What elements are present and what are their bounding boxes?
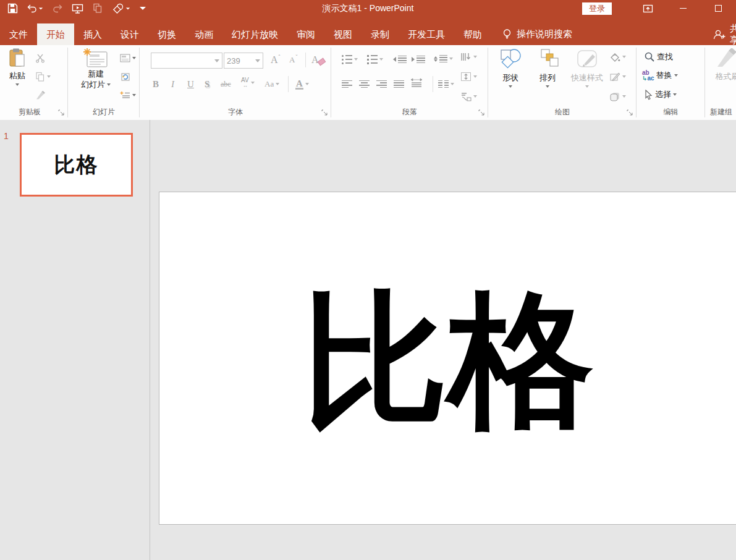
layout-dropdown-icon[interactable]	[132, 57, 136, 59]
grow-font-button-disabled: A ˆ	[271, 53, 281, 67]
bullets-icon	[342, 55, 352, 64]
minimize-button[interactable]	[666, 0, 701, 17]
shape-outline-icon	[609, 72, 620, 82]
slide-layout-icon	[120, 54, 130, 62]
select-button[interactable]: 选择	[644, 88, 677, 101]
tell-me-search[interactable]: 操作说明搜索	[502, 23, 572, 45]
text-shadow-icon: S	[205, 79, 209, 90]
group-drawing-label: 绘图	[488, 107, 637, 117]
tab-insert[interactable]: 插入	[74, 23, 111, 45]
shapes-label: 形状	[502, 72, 518, 83]
quick-styles-label: 快速样式	[571, 72, 603, 83]
quick-styles-icon	[574, 48, 600, 70]
drawing-dialog-launcher[interactable]	[627, 109, 633, 116]
replace-button[interactable]: ab ↳ac 替换	[642, 69, 678, 82]
font-dialog-launcher[interactable]	[321, 109, 328, 116]
format-painter-small-button-disabled	[35, 88, 46, 102]
section-dropdown-icon[interactable]	[132, 94, 136, 96]
strikethrough-button-disabled: abc	[221, 77, 231, 91]
maximize-icon	[715, 5, 722, 12]
group-font: 239 A ˆ A ˇ A B I U	[140, 45, 331, 119]
tab-help[interactable]: 帮助	[454, 23, 491, 45]
share-button[interactable]: 共享	[713, 23, 736, 45]
group-slides: 新建 幻灯片	[68, 45, 140, 119]
paste-button[interactable]: 粘贴	[4, 48, 31, 86]
reset-slide-button[interactable]	[120, 70, 130, 83]
decrease-indent-button-disabled	[393, 53, 407, 66]
decrease-indent-icon	[393, 57, 396, 62]
clipboard-dialog-launcher[interactable]	[58, 109, 65, 116]
select-dropdown-icon[interactable]	[673, 93, 677, 96]
minimize-icon	[680, 8, 687, 9]
tab-transitions[interactable]: 切换	[148, 23, 185, 45]
shape-effects-icon	[609, 91, 620, 101]
maximize-button[interactable]	[701, 0, 736, 17]
small-separator	[433, 76, 433, 92]
tab-design[interactable]: 设计	[111, 23, 148, 45]
tab-slideshow[interactable]: 幻灯片放映	[222, 23, 287, 45]
tab-home[interactable]: 开始	[37, 23, 74, 45]
ribbon-display-options-button[interactable]	[630, 0, 666, 17]
new-slide-button[interactable]: 新建 幻灯片	[75, 48, 116, 90]
group-paragraph-label: 段落	[331, 107, 488, 117]
slide-title-text[interactable]: 比格	[302, 287, 594, 433]
slide-editor-area: 比格	[150, 120, 736, 560]
italic-icon: I	[171, 79, 174, 90]
text-direction-icon	[460, 52, 472, 62]
sign-in-button[interactable]: 登录	[582, 2, 612, 15]
slide-layout-button[interactable]	[120, 51, 136, 65]
character-spacing-dropdown-icon	[251, 82, 255, 84]
group-drawing: 形状 排列 快速样式	[488, 45, 637, 119]
tab-view[interactable]: 视图	[324, 23, 362, 45]
arrange-dropdown-icon[interactable]	[546, 85, 549, 88]
line-spacing-button-disabled	[434, 52, 453, 66]
share-person-icon	[713, 29, 726, 40]
small-separator	[288, 76, 289, 92]
text-direction-button-disabled	[460, 50, 477, 64]
paste-dropdown-icon[interactable]	[15, 83, 19, 86]
numbering-dropdown-icon	[379, 58, 383, 61]
paragraph-dialog-launcher[interactable]	[478, 109, 485, 116]
tab-file[interactable]: 文件	[0, 23, 37, 45]
arrange-button[interactable]: 排列	[531, 48, 564, 88]
slide-canvas[interactable]: 比格	[159, 192, 736, 525]
distribute-button-disabled	[410, 76, 423, 90]
tab-developer[interactable]: 开发工具	[399, 23, 454, 45]
group-slides-label: 幻灯片	[68, 107, 140, 117]
section-button[interactable]	[120, 88, 136, 102]
align-left-button-disabled	[342, 77, 352, 91]
quick-styles-dropdown-icon	[585, 85, 589, 88]
align-right-icon	[376, 80, 387, 88]
section-icon	[120, 91, 130, 100]
replace-dropdown-icon[interactable]	[674, 74, 678, 77]
slide-thumbnail-panel[interactable]: 1 比格	[0, 120, 150, 560]
new-slide-dropdown-icon[interactable]	[107, 83, 111, 86]
font-size-combobox[interactable]: 239	[224, 53, 263, 69]
slide-thumbnail-text: 比格	[54, 151, 99, 179]
new-slide-label-line1: 新建	[88, 69, 104, 80]
columns-icon	[438, 80, 449, 88]
line-spacing-icon	[434, 56, 438, 62]
underline-icon: U	[187, 79, 194, 90]
copy-dropdown-icon	[47, 75, 51, 78]
change-case-button-disabled: Aa	[264, 77, 279, 91]
arrange-icon	[536, 48, 559, 70]
align-text-icon	[460, 72, 472, 82]
font-name-combobox[interactable]	[151, 53, 222, 69]
find-button[interactable]: 查找	[644, 50, 673, 64]
smartart-dropdown-icon	[473, 95, 477, 98]
tab-review[interactable]: 审阅	[287, 23, 324, 45]
paste-label: 粘贴	[9, 70, 25, 82]
format-painter-button-disabled: 格式刷	[709, 48, 736, 82]
smartart-icon	[460, 92, 472, 101]
tab-animations[interactable]: 动画	[185, 23, 222, 45]
shapes-dropdown-icon[interactable]	[509, 85, 512, 88]
slide-thumbnail-1[interactable]: 比格	[20, 133, 133, 197]
title-bar: 演示文稿1 - PowerPoint 登录	[0, 0, 736, 17]
group-new-label: 新建组	[705, 107, 736, 117]
tab-record[interactable]: 录制	[362, 23, 399, 45]
font-color-dropdown-icon	[305, 83, 309, 85]
shape-outline-dropdown-icon	[622, 75, 626, 78]
shapes-button[interactable]: 形状	[494, 48, 527, 88]
ribbon-display-options-icon	[643, 4, 653, 14]
